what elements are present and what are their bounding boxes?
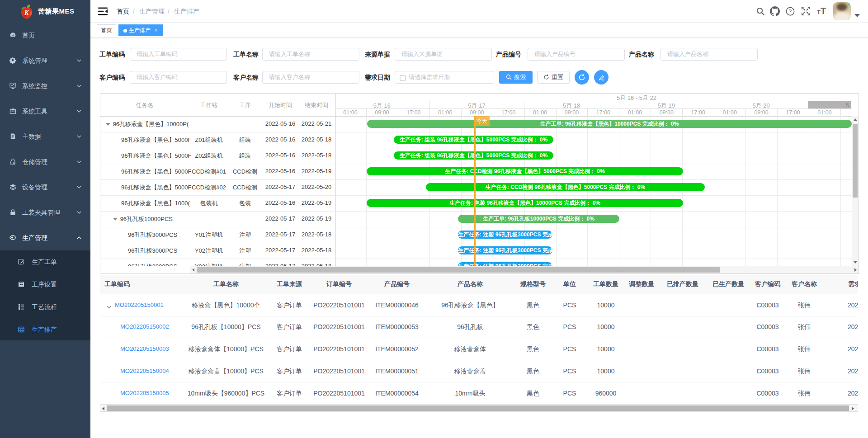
svg-text:?: ? [789, 9, 792, 14]
svg-text:K: K [24, 9, 29, 16]
